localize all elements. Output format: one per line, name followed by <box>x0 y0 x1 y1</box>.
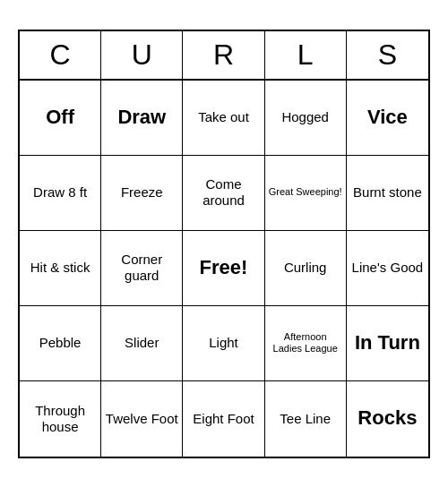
bingo-card: CURLS OffDrawTake outHoggedViceDraw 8 ft… <box>18 30 430 458</box>
header-letter: U <box>101 31 183 79</box>
bingo-cell: Rocks <box>347 381 428 457</box>
bingo-cell: Hogged <box>265 81 347 156</box>
bingo-cell: Line's Good <box>347 231 428 306</box>
bingo-cell: Curling <box>265 231 347 306</box>
bingo-cell: Vice <box>347 81 428 156</box>
bingo-cell: Take out <box>183 81 264 156</box>
bingo-cell: Freeze <box>101 156 183 231</box>
bingo-cell: Draw <box>101 81 183 156</box>
bingo-cell: Corner guard <box>101 231 183 306</box>
bingo-cell: Afternoon Ladies League <box>265 306 347 381</box>
bingo-cell: Off <box>20 81 101 156</box>
bingo-cell: Twelve Foot <box>101 381 183 457</box>
bingo-cell: Great Sweeping! <box>265 156 347 231</box>
bingo-cell: Eight Foot <box>183 381 264 457</box>
bingo-cell: Pebble <box>20 306 101 381</box>
bingo-grid: OffDrawTake outHoggedViceDraw 8 ftFreeze… <box>20 81 428 457</box>
bingo-header: CURLS <box>20 31 428 81</box>
bingo-cell: Light <box>183 306 264 381</box>
bingo-cell: Free! <box>183 231 264 306</box>
header-letter: C <box>20 31 101 79</box>
bingo-cell: Slider <box>101 306 183 381</box>
bingo-cell: Hit & stick <box>20 231 101 306</box>
header-letter: R <box>183 31 264 79</box>
bingo-cell: Draw 8 ft <box>20 156 101 231</box>
header-letter: S <box>347 31 428 79</box>
bingo-cell: Tee Line <box>265 381 347 457</box>
bingo-cell: Come around <box>183 156 264 231</box>
bingo-cell: Burnt stone <box>347 156 428 231</box>
bingo-cell: Through house <box>20 381 101 457</box>
header-letter: L <box>265 31 347 79</box>
bingo-cell: In Turn <box>347 306 428 381</box>
